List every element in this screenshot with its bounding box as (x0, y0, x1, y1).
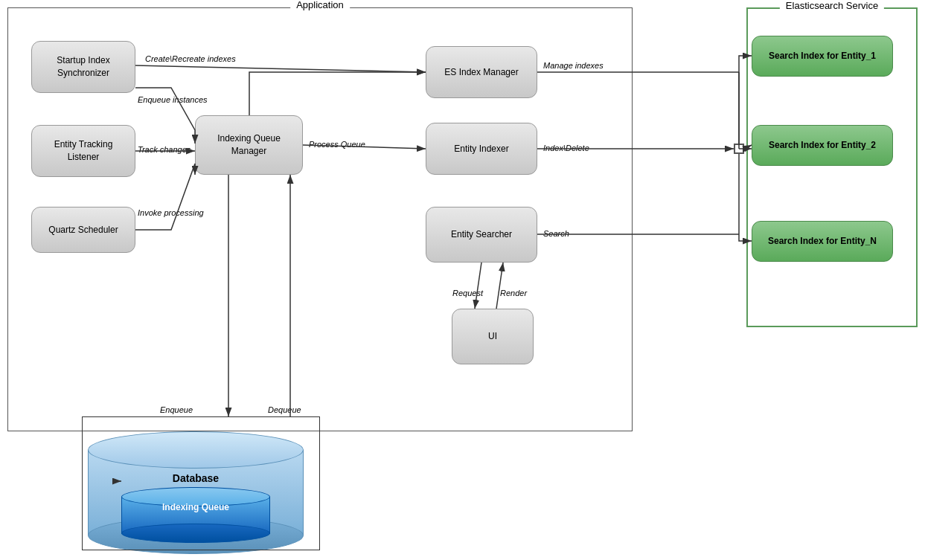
search-label: Search (543, 229, 569, 238)
request-label: Request (452, 289, 483, 297)
es-entityN-label: Search Index for Entity_N (768, 235, 877, 248)
enqueue-instances-label: Enqueue instances (138, 95, 208, 104)
entity-tracking-node: Entity Tracking Listener (31, 125, 135, 177)
ui-label: UI (488, 330, 497, 343)
track-changes-label: Track changes (138, 145, 191, 154)
quartz-scheduler-label: Quartz Scheduler (48, 224, 118, 236)
es-entity2-label: Search Index for Entity_2 (769, 139, 876, 152)
entity-tracking-label: Entity Tracking Listener (54, 138, 113, 164)
square-connector (734, 144, 744, 154)
index-delete-label: Index\Delete (543, 144, 589, 152)
es-service-label: Elasticsearch Service (780, 0, 884, 11)
es-index-manager-node: ES Index Manager (426, 46, 537, 98)
database-label: Database (88, 472, 304, 484)
es-entity1-label: Search Index for Entity_1 (769, 50, 876, 62)
es-entity1-node: Search Index for Entity_1 (752, 36, 893, 77)
entity-indexer-node: Entity Indexer (426, 123, 537, 175)
create-recreate-label: Create\Recreate indexes (145, 54, 236, 63)
quartz-scheduler-node: Quartz Scheduler (31, 207, 135, 253)
entity-indexer-label: Entity Indexer (454, 143, 508, 155)
startup-indexer-label: Startup Index Synchronizer (57, 54, 109, 80)
entity-searcher-label: Entity Searcher (451, 228, 512, 241)
diagram: Application Elasticsearch Service Startu… (0, 0, 925, 560)
indexing-queue-manager-node: Indexing Queue Manager (195, 115, 303, 175)
ui-node: UI (452, 309, 534, 364)
enqueue-label: Enqueue (160, 405, 193, 414)
es-entityN-node: Search Index for Entity_N (752, 221, 893, 262)
application-label: Application (290, 0, 350, 10)
process-queue-label: Process Queue (309, 140, 365, 149)
es-entity2-node: Search Index for Entity_2 (752, 125, 893, 166)
render-label: Render (500, 289, 527, 297)
indexing-queue-manager-label: Indexing Queue Manager (217, 132, 281, 158)
es-index-manager-label: ES Index Manager (444, 66, 518, 79)
startup-indexer-node: Startup Index Synchronizer (31, 41, 135, 93)
manage-indexes-label: Manage indexes (543, 61, 604, 70)
indexing-queue-label: Indexing Queue (121, 502, 270, 512)
dequeue-label: Dequeue (268, 405, 301, 414)
invoke-processing-label: Invoke processing (138, 208, 204, 217)
entity-searcher-node: Entity Searcher (426, 207, 537, 263)
